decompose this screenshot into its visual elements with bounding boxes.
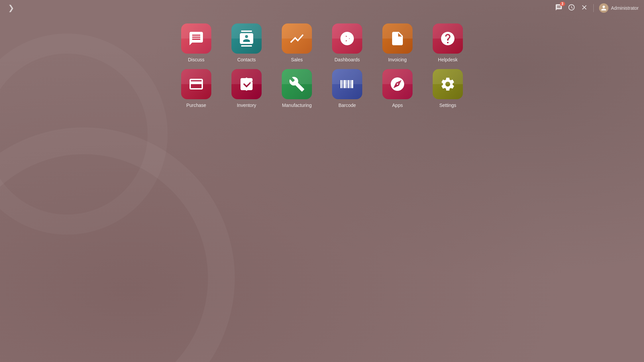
topbar-left: ❯ [5, 2, 17, 14]
helpdesk-label: Helpdesk [438, 57, 458, 62]
inventory-label: Inventory [237, 103, 256, 108]
clock-button[interactable] [568, 4, 575, 13]
app-contacts[interactable]: Contacts [223, 23, 270, 62]
avatar [599, 3, 608, 13]
apps-label: Apps [392, 103, 403, 108]
admin-menu[interactable]: Administrator [599, 3, 639, 13]
messages-button[interactable]: 3 [555, 4, 562, 13]
contacts-label: Contacts [237, 57, 256, 62]
bg-decoration-2 [0, 34, 168, 235]
dashboards-label: Dashboards [334, 57, 360, 62]
svg-point-0 [345, 37, 349, 41]
barcode-label: Barcode [338, 103, 356, 108]
app-apps[interactable]: Apps [374, 69, 421, 108]
close-button[interactable] [581, 4, 588, 13]
app-grid: Discuss Contacts Sales Dashboards [173, 23, 471, 108]
app-barcode[interactable]: Barcode [324, 69, 371, 108]
app-inventory[interactable]: Inventory [223, 69, 270, 108]
app-sales[interactable]: Sales [273, 23, 320, 62]
contacts-icon [231, 23, 262, 54]
manufacturing-label: Manufacturing [282, 103, 312, 108]
settings-label: Settings [439, 103, 457, 108]
discuss-icon [181, 23, 211, 54]
invoicing-label: Invoicing [388, 57, 407, 62]
inventory-icon [231, 69, 262, 99]
invoicing-icon [382, 23, 413, 54]
purchase-label: Purchase [186, 103, 206, 108]
nav-forward-arrow[interactable]: ❯ [5, 2, 17, 14]
barcode-icon [332, 69, 362, 99]
bg-decoration-1 [0, 127, 235, 362]
app-discuss[interactable]: Discuss [173, 23, 220, 62]
topbar-divider [593, 4, 594, 12]
app-settings[interactable]: Settings [424, 69, 471, 108]
manufacturing-icon [282, 69, 312, 99]
admin-label: Administrator [611, 5, 639, 11]
topbar: ❯ 3 Ad [0, 0, 644, 16]
apps-icon [382, 69, 413, 99]
discuss-label: Discuss [188, 57, 204, 62]
dashboards-icon [332, 23, 362, 54]
app-invoicing[interactable]: Invoicing [374, 23, 421, 62]
purchase-icon [181, 69, 211, 99]
app-manufacturing[interactable]: Manufacturing [273, 69, 320, 108]
app-helpdesk[interactable]: Helpdesk [424, 23, 471, 62]
app-purchase[interactable]: Purchase [173, 69, 220, 108]
messages-badge: 3 [560, 2, 565, 6]
sales-label: Sales [291, 57, 303, 62]
app-dashboards[interactable]: Dashboards [324, 23, 371, 62]
helpdesk-icon [433, 23, 463, 54]
topbar-right: 3 Administrator [555, 3, 639, 13]
settings-icon [433, 69, 463, 99]
sales-icon [282, 23, 312, 54]
